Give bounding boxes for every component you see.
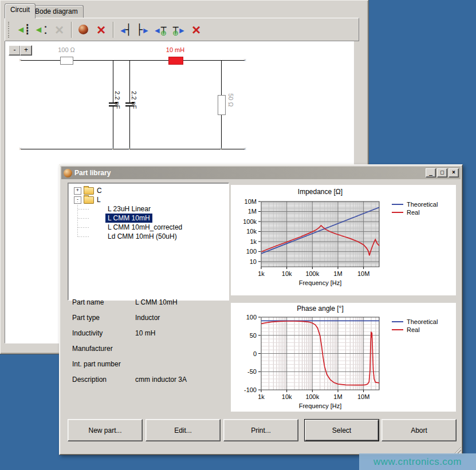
- zoom-out-button[interactable]: -: [9, 45, 21, 56]
- svg-text:1k: 1k: [258, 393, 265, 400]
- detail-row: Int. part number: [72, 360, 225, 369]
- svg-text:100: 100: [246, 314, 257, 321]
- svg-text:10M: 10M: [357, 270, 369, 277]
- simulate-icon[interactable]: [74, 21, 92, 38]
- tree-item-label[interactable]: Ld CMM 10mH (50uH): [105, 232, 179, 241]
- detail-label: Int. part number: [72, 360, 135, 369]
- tree-item[interactable]: L 23uH Linear: [69, 204, 227, 214]
- cut-part-icon: ×: [50, 21, 68, 38]
- inductor-10mh-symbol[interactable]: [168, 57, 183, 65]
- dialog-titlebar[interactable]: Part library _ □ ×: [61, 167, 461, 179]
- delete-probe-icon[interactable]: ×: [187, 21, 205, 38]
- tree-item-label[interactable]: L 23uH Linear: [105, 204, 153, 214]
- tree-item-label[interactable]: L CMM 10mH_corrected: [105, 223, 184, 232]
- tree-folder-c[interactable]: +C: [69, 186, 227, 195]
- cut-part-icon-layer: ×: [55, 22, 64, 37]
- zoom-in-button[interactable]: +: [20, 45, 32, 56]
- phase-chart-panel: 1k10k100k1M10M100500-50-100Frequency [Hz…: [231, 303, 456, 412]
- svg-text:1M: 1M: [333, 270, 342, 277]
- dialog-title: Part library: [74, 169, 111, 177]
- close-button[interactable]: ×: [449, 168, 459, 177]
- svg-text:-100: -100: [244, 386, 257, 393]
- node-marker: ×: [111, 147, 114, 152]
- add-probe-right-icon[interactable]: ┬►⊕: [170, 21, 187, 38]
- insert-part-left-icon-layer: ┋: [24, 25, 30, 34]
- part-library-icon: [64, 169, 72, 177]
- insert-part-left-icon[interactable]: ◄┋: [15, 21, 33, 38]
- detail-row: Descriptioncmm inductor 3A: [72, 376, 225, 384]
- move-part-left-icon-layer: ▪: [45, 30, 47, 36]
- svg-text:-50: -50: [247, 368, 257, 375]
- new-part-button[interactable]: New part...: [68, 419, 143, 441]
- maximize-button[interactable]: □: [437, 168, 447, 177]
- svg-text:100k: 100k: [305, 393, 319, 400]
- tree-item-label[interactable]: L CMM 10mH: [105, 214, 152, 223]
- svg-text:10k: 10k: [246, 228, 257, 235]
- capacitor-2-label: 2.2 nF: [131, 91, 137, 109]
- svg-text:Theoretical: Theoretical: [407, 318, 438, 325]
- tree-item[interactable]: L CMM 10mH_corrected: [69, 223, 227, 232]
- abort-button[interactable]: Abort: [381, 419, 457, 441]
- print-button[interactable]: Print...: [223, 419, 298, 441]
- phase-chart: 1k10k100k1M10M100500-50-100Frequency [Hz…: [231, 303, 456, 412]
- toolbar-grip[interactable]: [8, 22, 11, 38]
- detail-value: 10 mH: [135, 329, 225, 338]
- watermark: www.cntronics.com: [359, 453, 476, 470]
- capacitor-1-label: 2.2 nF: [114, 91, 121, 109]
- svg-text:10k: 10k: [282, 393, 292, 400]
- tree-item[interactable]: Ld CMM 10mH (50uH): [69, 232, 227, 241]
- add-probe-right-icon-layer: ►: [178, 26, 186, 34]
- delete-part-icon[interactable]: ×: [92, 21, 110, 38]
- detail-row: Inductivity10 mH: [72, 329, 225, 338]
- svg-text:10: 10: [250, 258, 257, 265]
- wire-top: [21, 60, 245, 61]
- tree-folder-label: L: [97, 196, 101, 204]
- resistor-100-symbol[interactable]: [60, 57, 73, 65]
- toolbar-icons: ◄┋◄▪▪××┤◄├►┬◄⊕┬►⊕×: [15, 21, 205, 38]
- part-tree-body: +C-LL 23uH LinearL CMM 10mHL CMM 10mH_co…: [69, 186, 227, 241]
- resistor-50-symbol[interactable]: [218, 95, 226, 115]
- detail-row: Part nameL CMM 10mH: [72, 298, 225, 307]
- svg-text:1M: 1M: [333, 393, 342, 400]
- tree-item[interactable]: L CMM 10mH: [69, 214, 227, 223]
- detail-label: Part type: [72, 314, 135, 322]
- tree-expander-icon[interactable]: +: [74, 187, 81, 195]
- svg-text:1k: 1k: [250, 238, 257, 245]
- probe-right-icon[interactable]: ├►: [134, 21, 152, 38]
- select-button[interactable]: Select: [304, 419, 379, 441]
- wire-cap1-lower: [113, 106, 113, 149]
- resistor-100-label: 100 Ω: [54, 46, 78, 53]
- node-marker: ×: [243, 58, 246, 63]
- resistor-50-label: 50 Ω: [227, 93, 234, 107]
- svg-text:10k: 10k: [282, 270, 292, 277]
- resize-grip[interactable]: [454, 446, 461, 453]
- add-probe-left-icon[interactable]: ┬◄⊕: [152, 21, 170, 38]
- svg-text:100k: 100k: [243, 218, 257, 225]
- tree-folder-l[interactable]: -L: [69, 195, 227, 204]
- detail-value: [135, 345, 225, 353]
- tab-circuit[interactable]: Circuit: [5, 3, 36, 18]
- toolbar: ◄┋◄▪▪××┤◄├►┬◄⊕┬►⊕×: [5, 18, 359, 41]
- part-tree[interactable]: +C-LL 23uH LinearL CMM 10mHL CMM 10mH_co…: [68, 183, 229, 301]
- svg-text:Real: Real: [407, 209, 420, 216]
- edit-button[interactable]: Edit...: [145, 419, 221, 441]
- folder-icon: [84, 187, 94, 195]
- move-part-left-icon-layer: ◄: [34, 25, 44, 34]
- svg-text:Impedance [Ω]: Impedance [Ω]: [298, 188, 343, 196]
- svg-text:Real: Real: [407, 326, 420, 333]
- detail-label: Inductivity: [72, 329, 135, 338]
- part-details: Part nameL CMM 10mHPart typeInductorIndu…: [72, 298, 225, 391]
- inductor-10mh-label: 10 mH: [164, 46, 186, 53]
- node-marker: ×: [19, 58, 22, 63]
- svg-text:10M: 10M: [245, 198, 257, 205]
- probe-left-icon[interactable]: ┤◄: [116, 21, 134, 38]
- wire-cap2-lower: [129, 106, 130, 149]
- detail-value: cmm inductor 3A: [135, 376, 225, 384]
- minimize-button[interactable]: _: [426, 168, 436, 177]
- move-part-left-icon[interactable]: ◄▪▪: [33, 21, 50, 38]
- tree-folder-label: C: [97, 187, 102, 195]
- probe-left-icon-layer: ◄: [119, 26, 127, 34]
- tab-bode-diagram[interactable]: Bode diagram: [29, 5, 84, 18]
- toolbar-separator: [113, 22, 113, 38]
- wire-cap2-upper: [129, 60, 130, 102]
